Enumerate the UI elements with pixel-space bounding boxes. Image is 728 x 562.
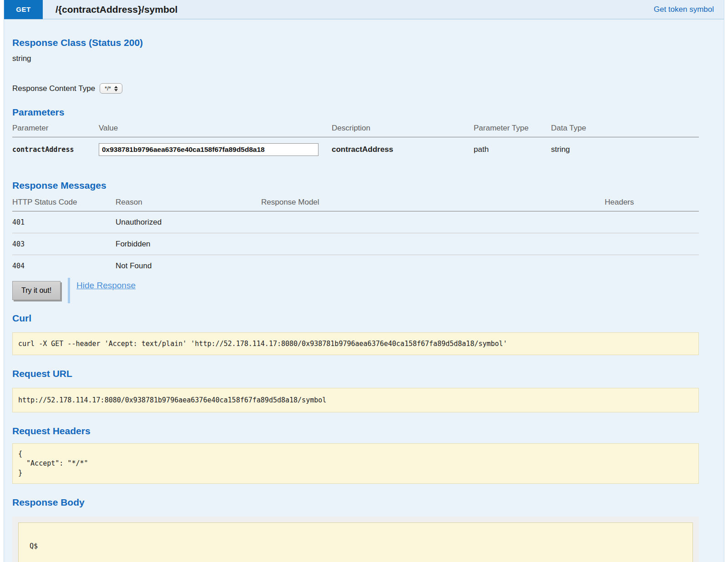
request-url-heading: Request URL — [12, 368, 699, 380]
response-content-type-row: Response Content Type */* — [12, 83, 699, 94]
status-reason: Forbidden — [116, 233, 261, 255]
response-content-type-select[interactable]: */* — [100, 83, 122, 94]
response-class-type: string — [12, 54, 699, 63]
col-headers: Headers — [605, 196, 699, 211]
table-row: 401 Unauthorized — [12, 211, 699, 233]
try-it-out-button[interactable]: Try it out! — [12, 281, 61, 300]
operation-content: Response Class (Status 200) string Respo… — [4, 37, 724, 562]
operation-header: GET /{contractAddress}/symbol Get token … — [4, 0, 724, 20]
status-reason: Unauthorized — [116, 211, 261, 233]
table-row: contractAddress contractAddress path str… — [12, 137, 699, 161]
response-messages-heading: Response Messages — [12, 180, 699, 191]
col-parameter: Parameter — [12, 122, 99, 137]
col-data-type: Data Type — [551, 122, 699, 137]
response-messages-header-row: HTTP Status Code Reason Response Model H… — [12, 196, 699, 211]
hide-response-link[interactable]: Hide Response — [76, 281, 136, 291]
response-body-container: Q$ — [12, 517, 699, 562]
parameter-data-type: string — [551, 137, 699, 161]
http-method-badge[interactable]: GET — [4, 0, 43, 19]
request-headers-json: { "Accept": "*/*" } — [12, 443, 699, 484]
contract-address-input[interactable] — [99, 143, 318, 156]
status-code: 401 — [12, 211, 116, 233]
response-content-type-label: Response Content Type — [12, 84, 95, 93]
col-description: Description — [332, 122, 474, 137]
response-body-heading: Response Body — [12, 497, 699, 508]
response-messages-table: HTTP Status Code Reason Response Model H… — [12, 196, 699, 277]
select-stepper-icon — [114, 86, 118, 91]
response-content-type-value: */* — [105, 85, 111, 92]
status-reason: Not Found — [116, 255, 261, 277]
endpoint-path-link[interactable]: /{contractAddress}/symbol — [56, 4, 177, 15]
submit-row: Try it out! Hide Response — [12, 278, 699, 303]
col-value: Value — [99, 122, 332, 137]
parameters-header-row: Parameter Value Description Parameter Ty… — [12, 122, 699, 137]
curl-heading: Curl — [12, 312, 699, 324]
parameter-type: path — [474, 137, 551, 161]
request-url-value: http://52.178.114.17:8080/0x938781b9796a… — [12, 388, 699, 412]
col-http-status-code: HTTP Status Code — [12, 196, 116, 211]
response-class-heading: Response Class (Status 200) — [12, 37, 699, 49]
parameters-heading: Parameters — [12, 106, 699, 118]
operation-summary-link[interactable]: Get token symbol — [654, 5, 714, 14]
status-code: 403 — [12, 233, 116, 255]
request-headers-heading: Request Headers — [12, 425, 699, 437]
parameters-table: Parameter Value Description Parameter Ty… — [12, 122, 699, 161]
parameter-description: contractAddress — [332, 137, 474, 161]
col-reason: Reason — [116, 196, 261, 211]
status-code: 404 — [12, 255, 116, 277]
operation-panel: GET /{contractAddress}/symbol Get token … — [4, 0, 724, 562]
response-body-value: Q$ — [18, 522, 693, 562]
response-throbber-bar — [68, 278, 70, 303]
curl-command: curl -X GET --header 'Accept: text/plain… — [12, 332, 699, 355]
parameter-name: contractAddress — [12, 137, 99, 161]
col-response-model: Response Model — [261, 196, 605, 211]
table-row: 403 Forbidden — [12, 233, 699, 255]
table-row: 404 Not Found — [12, 255, 699, 277]
col-parameter-type: Parameter Type — [474, 122, 551, 137]
